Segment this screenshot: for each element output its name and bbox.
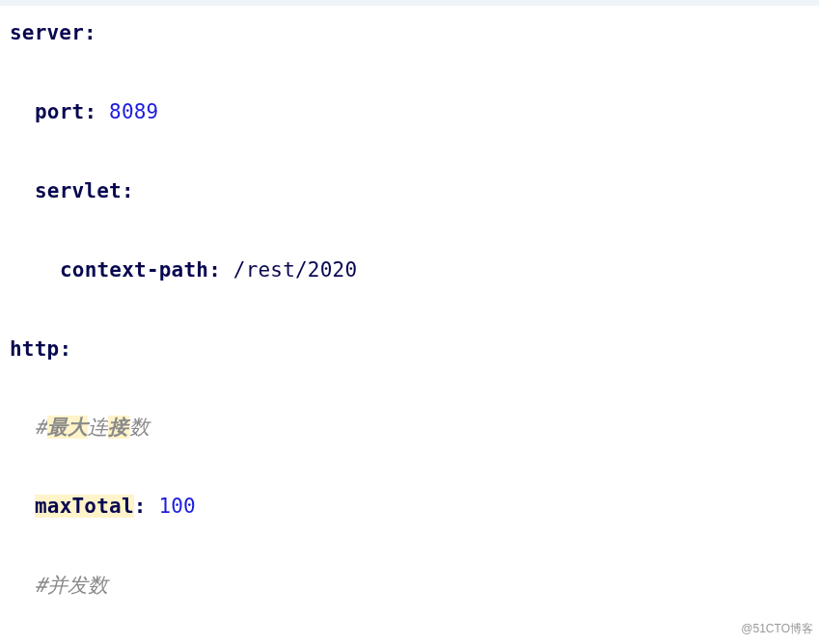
yaml-code-block: server: port: 8089 servlet: context-path… bbox=[10, 13, 819, 644]
yaml-line-servlet: servlet: bbox=[10, 172, 819, 211]
watermark-text: @51CTO博客 bbox=[741, 618, 813, 640]
yaml-comment: #并发数 bbox=[10, 566, 819, 605]
yaml-key: port bbox=[35, 100, 84, 123]
yaml-value: /rest/2020 bbox=[233, 258, 357, 282]
yaml-line-maxtotal: maxTotal: 100 bbox=[10, 487, 819, 526]
yaml-key: context-path bbox=[60, 258, 208, 282]
yaml-key: maxTotal bbox=[35, 495, 134, 518]
yaml-line-port: port: 8089 bbox=[10, 93, 819, 132]
yaml-comment: #最大连接数 bbox=[10, 408, 819, 447]
yaml-line-http: http: bbox=[10, 330, 819, 369]
yaml-line-context-path: context-path: /rest/2020 bbox=[10, 251, 819, 290]
yaml-key: http bbox=[10, 337, 59, 361]
yaml-value: 8089 bbox=[109, 100, 158, 123]
yaml-line-server: server: bbox=[10, 13, 819, 53]
yaml-value: 100 bbox=[158, 495, 196, 518]
yaml-key: server bbox=[10, 21, 84, 44]
top-border bbox=[0, 0, 819, 6]
yaml-key: servlet bbox=[35, 179, 122, 202]
